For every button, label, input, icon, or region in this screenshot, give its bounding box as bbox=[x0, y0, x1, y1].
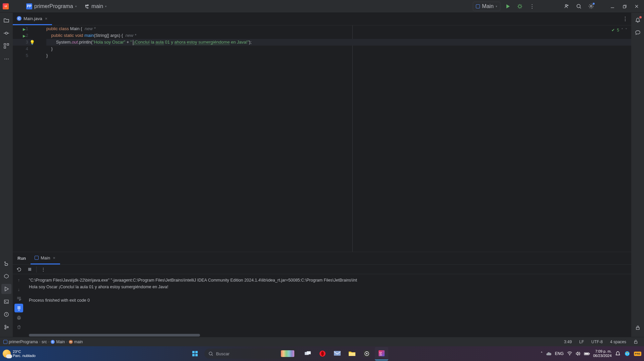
more-actions-button[interactable]: ⋮ bbox=[527, 2, 537, 11]
horizontal-scrollbar[interactable] bbox=[13, 334, 631, 337]
structure-tool-button[interactable] bbox=[1, 41, 11, 51]
svg-point-41 bbox=[626, 354, 626, 354]
battery-icon[interactable] bbox=[584, 352, 590, 356]
line-separator[interactable]: LF bbox=[577, 340, 587, 344]
debug-button[interactable] bbox=[515, 2, 525, 11]
svg-point-11 bbox=[5, 325, 6, 326]
svg-rect-20 bbox=[192, 351, 195, 353]
tray-overflow-button[interactable]: ˄ bbox=[541, 351, 543, 356]
run-config-selector[interactable]: Main ▾ bbox=[473, 2, 500, 11]
indent-info[interactable]: 4 spaces bbox=[607, 340, 629, 344]
file-tab-label: Main.java bbox=[23, 16, 42, 21]
terminal-tool-button[interactable] bbox=[1, 297, 11, 307]
svg-rect-23 bbox=[195, 354, 198, 356]
problems-tool-button[interactable] bbox=[1, 309, 11, 319]
run-config-tab[interactable]: Main × bbox=[31, 252, 60, 264]
git-tool-button[interactable] bbox=[1, 322, 11, 332]
down-stack-button[interactable]: ↓ bbox=[14, 285, 23, 294]
notification-dot-icon bbox=[639, 16, 642, 18]
svg-rect-22 bbox=[192, 354, 195, 356]
taskbar-app-explorer[interactable] bbox=[345, 347, 359, 360]
onedrive-icon[interactable] bbox=[546, 352, 551, 356]
run-button[interactable] bbox=[503, 2, 512, 11]
weather-widget[interactable]: 23°CParc. nublado bbox=[3, 350, 36, 358]
project-tool-button[interactable] bbox=[1, 15, 11, 25]
up-stack-button[interactable]: ↑ bbox=[14, 276, 23, 284]
taskbar-app-opera[interactable] bbox=[316, 347, 329, 360]
svg-point-0 bbox=[518, 5, 521, 8]
code-editor[interactable]: ✔ 5 ˄ ˅ ▶1 ▶2 3 4 5 public class Main { … bbox=[13, 25, 631, 252]
run-tool-button[interactable] bbox=[1, 284, 11, 294]
language-indicator[interactable]: ENG bbox=[555, 351, 563, 356]
main-menu-button[interactable] bbox=[11, 2, 21, 11]
java-class-icon: C bbox=[17, 16, 21, 21]
run-gutter-icon[interactable]: ▶ bbox=[23, 33, 26, 39]
restore-button[interactable] bbox=[620, 2, 629, 11]
breadcrumb[interactable]: primerPrograma › src › C Main › m main bbox=[3, 340, 83, 344]
file-tab[interactable]: C Main.java × bbox=[13, 13, 52, 25]
project-selector[interactable]: PP primerPrograma ▾ bbox=[23, 2, 80, 11]
tab-options-button[interactable]: ⋮ bbox=[619, 13, 631, 25]
svg-point-5 bbox=[5, 32, 7, 34]
close-button[interactable] bbox=[632, 2, 641, 11]
console-options-button[interactable]: ⋮ bbox=[39, 265, 47, 274]
soft-wrap-button[interactable] bbox=[14, 294, 23, 303]
editor-gutter[interactable]: ▶1 ▶2 3 4 5 bbox=[13, 25, 33, 252]
svg-point-37 bbox=[569, 355, 570, 356]
task-view-button[interactable] bbox=[301, 347, 314, 360]
clock[interactable]: 7:09 p. m. 06/23/2024 bbox=[593, 349, 612, 358]
taskbar-app-intellij[interactable]: IJ bbox=[375, 347, 388, 360]
svg-point-3 bbox=[590, 5, 592, 7]
chevron-right-icon: › bbox=[39, 340, 40, 344]
svg-point-1 bbox=[565, 5, 567, 6]
console-output[interactable]: "C:\Program Files\Java\jdk-22\bin\java.e… bbox=[25, 274, 631, 334]
svg-rect-29 bbox=[334, 351, 341, 356]
svg-rect-9 bbox=[4, 300, 8, 303]
svg-point-12 bbox=[5, 328, 6, 329]
rerun-button[interactable] bbox=[15, 265, 23, 274]
bookmarks-tool-button[interactable] bbox=[1, 258, 11, 268]
caret-position[interactable]: 3:49 bbox=[561, 340, 575, 344]
branch-name: main bbox=[92, 3, 103, 9]
svg-point-28 bbox=[321, 351, 324, 356]
more-tools-button[interactable]: ⋯ bbox=[1, 54, 11, 64]
svg-rect-36 bbox=[380, 355, 382, 355]
services-tool-button[interactable] bbox=[1, 271, 11, 281]
file-encoding[interactable]: UTF-8 bbox=[589, 340, 605, 344]
taskbar-app-obs[interactable] bbox=[360, 347, 374, 360]
class-icon: C bbox=[51, 340, 55, 344]
svg-rect-4 bbox=[623, 6, 626, 8]
print-button[interactable] bbox=[14, 313, 23, 322]
notifications-button[interactable] bbox=[633, 15, 642, 25]
close-tab-button[interactable]: × bbox=[52, 255, 56, 260]
run-gutter-icon[interactable]: ▶ bbox=[23, 26, 26, 33]
start-button[interactable] bbox=[188, 347, 202, 360]
stop-button[interactable] bbox=[26, 265, 34, 274]
taskbar-app-mail[interactable] bbox=[331, 347, 344, 360]
intention-bulb-icon[interactable]: 💡 bbox=[30, 39, 35, 46]
clear-button[interactable] bbox=[14, 322, 23, 331]
wifi-icon[interactable] bbox=[567, 352, 572, 356]
git-branch-selector[interactable]: main ▾ bbox=[82, 2, 110, 11]
scroll-to-end-button[interactable] bbox=[14, 304, 23, 312]
search-placeholder: Buscar bbox=[216, 351, 230, 356]
copilot-icon[interactable] bbox=[624, 350, 631, 357]
method-icon: m bbox=[69, 340, 73, 344]
commit-tool-button[interactable] bbox=[1, 28, 11, 38]
settings-button[interactable] bbox=[586, 2, 596, 11]
project-name: primerPrograma bbox=[34, 3, 73, 9]
copilot-pre-icon[interactable]: PRE bbox=[634, 352, 641, 356]
minimize-button[interactable] bbox=[608, 2, 617, 11]
notifications-tray-button[interactable] bbox=[615, 351, 621, 356]
search-button[interactable] bbox=[574, 2, 584, 11]
volume-icon[interactable] bbox=[576, 351, 581, 356]
svg-point-2 bbox=[577, 4, 580, 8]
readonly-toggle[interactable] bbox=[631, 340, 641, 344]
close-tab-button[interactable]: × bbox=[44, 16, 48, 21]
ai-assistant-button[interactable] bbox=[633, 27, 642, 37]
lock-editor-button[interactable] bbox=[633, 323, 642, 332]
svg-rect-6 bbox=[4, 44, 6, 45]
taskbar-search[interactable]: Buscar bbox=[204, 349, 298, 359]
project-badge: PP bbox=[26, 3, 32, 9]
code-with-me-button[interactable] bbox=[562, 2, 572, 11]
